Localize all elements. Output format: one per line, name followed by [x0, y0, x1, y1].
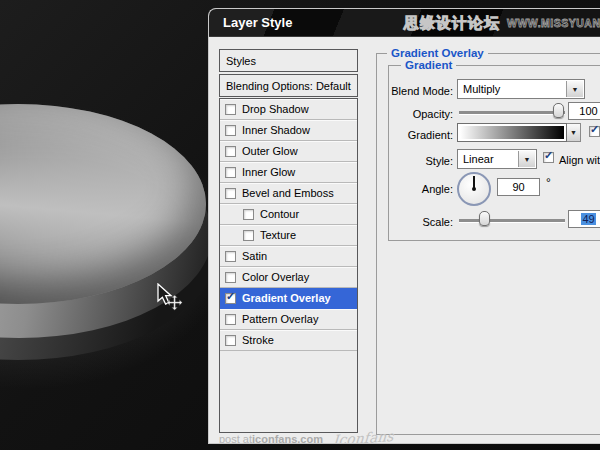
style-item-satin[interactable]: ✓ Satin: [220, 246, 357, 267]
chevron-down-icon[interactable]: ▼: [518, 151, 535, 167]
chevron-down-icon[interactable]: ▼: [566, 81, 583, 97]
blend-mode-label: Blend Mode:: [349, 85, 453, 97]
bevel-emboss-checkbox[interactable]: ✓: [225, 188, 236, 199]
scale-slider[interactable]: [459, 219, 565, 223]
dialog-title: Layer Style: [223, 15, 292, 30]
move-cursor-icon: [156, 283, 186, 313]
style-item-pattern-overlay[interactable]: ✓ Pattern Overlay: [220, 309, 357, 330]
blending-options-item[interactable]: Blending Options: Default: [219, 74, 358, 97]
style-item-inner-shadow[interactable]: ✓ Inner Shadow: [220, 120, 357, 141]
layer-style-dialog: Layer Style 思缘设计论坛 WWW.MISSYUAN.COM Styl…: [208, 8, 600, 444]
scale-slider-handle[interactable]: [479, 211, 490, 226]
watermark-signature: Iconfans: [332, 428, 394, 444]
outer-glow-checkbox[interactable]: ✓: [225, 146, 236, 157]
style-item-contour[interactable]: ✓ Contour: [220, 204, 357, 225]
reverse-checkbox[interactable]: ✓: [589, 126, 600, 137]
style-label: Style:: [349, 155, 453, 167]
scale-value-field[interactable]: 49: [568, 210, 600, 228]
align-with-layer-checkbox[interactable]: ✓: [543, 152, 554, 163]
watermark-site-name: 思缘设计论坛: [404, 9, 500, 37]
satin-checkbox[interactable]: ✓: [225, 251, 236, 262]
opacity-slider-handle[interactable]: [553, 103, 564, 118]
gradient-label: Gradient:: [349, 129, 453, 141]
inner-glow-checkbox[interactable]: ✓: [225, 167, 236, 178]
dialog-titlebar[interactable]: Layer Style 思缘设计论坛 WWW.MISSYUAN.COM: [209, 9, 600, 37]
inner-shadow-checkbox[interactable]: ✓: [225, 125, 236, 136]
drop-shadow-checkbox[interactable]: ✓: [225, 104, 236, 115]
photoshop-canvas: Layer Style 思缘设计论坛 WWW.MISSYUAN.COM Styl…: [0, 0, 600, 450]
degree-symbol: °: [546, 176, 551, 190]
style-item-stroke[interactable]: ✓ Stroke: [220, 330, 357, 351]
subgroup-title: Gradient: [401, 58, 456, 72]
pattern-overlay-checkbox[interactable]: ✓: [225, 314, 236, 325]
gradient-overlay-checkbox[interactable]: ✓: [225, 293, 236, 304]
bottom-watermark: post at iconfans.com Iconfans: [219, 430, 393, 444]
opacity-value-field[interactable]: 100: [568, 102, 600, 120]
angle-value-field[interactable]: 90: [497, 178, 540, 196]
opacity-label: Opacity:: [349, 108, 453, 120]
angle-label: Angle:: [349, 183, 453, 195]
styles-list: ✓ Drop Shadow ✓ Inner Shadow ✓ Outer Glo…: [219, 98, 358, 433]
style-item-drop-shadow[interactable]: ✓ Drop Shadow: [220, 99, 357, 120]
style-item-inner-glow[interactable]: ✓ Inner Glow: [220, 162, 357, 183]
style-item-texture[interactable]: ✓ Texture: [220, 225, 357, 246]
angle-dial-center: [472, 187, 476, 191]
contour-checkbox[interactable]: ✓: [243, 209, 254, 220]
opacity-slider[interactable]: [459, 111, 565, 115]
gradient-preview[interactable]: [457, 123, 567, 142]
top-watermark: 思缘设计论坛 WWW.MISSYUAN.COM: [404, 9, 600, 37]
texture-checkbox[interactable]: ✓: [243, 230, 254, 241]
gradient-picker[interactable]: ▼: [457, 123, 581, 142]
angle-dial[interactable]: [457, 172, 491, 206]
watermark-site-url: WWW.MISSYUAN.COM: [507, 9, 600, 37]
style-item-outer-glow[interactable]: ✓ Outer Glow: [220, 141, 357, 162]
stroke-checkbox[interactable]: ✓: [225, 335, 236, 346]
color-overlay-checkbox[interactable]: ✓: [225, 272, 236, 283]
style-item-gradient-overlay[interactable]: ✓ Gradient Overlay: [220, 288, 357, 309]
chevron-down-icon[interactable]: ▼: [567, 123, 581, 142]
styles-header[interactable]: Styles: [219, 49, 358, 72]
style-select[interactable]: Linear ▼: [457, 149, 537, 169]
blend-mode-select[interactable]: Multiply ▼: [457, 79, 585, 99]
style-item-color-overlay[interactable]: ✓ Color Overlay: [220, 267, 357, 288]
style-item-bevel-emboss[interactable]: ✓ Bevel and Emboss: [220, 183, 357, 204]
align-with-label: Align with: [559, 154, 600, 166]
scale-label: Scale:: [349, 216, 453, 228]
